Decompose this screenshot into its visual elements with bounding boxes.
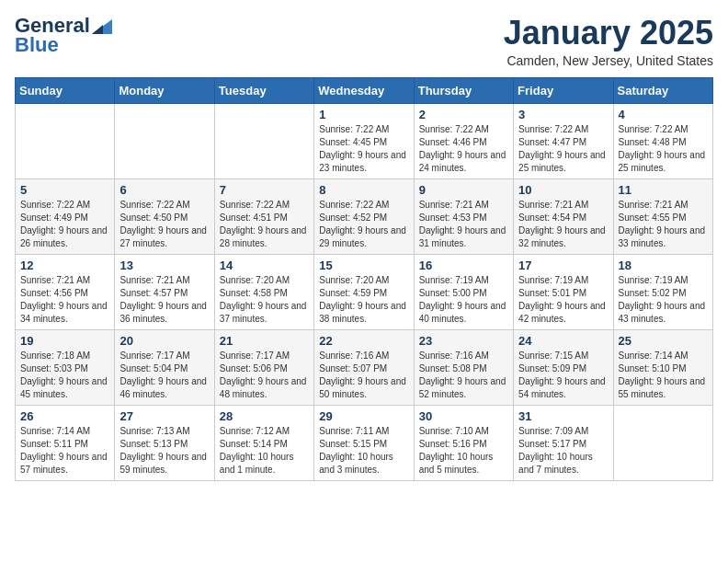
calendar-cell: 25Sunrise: 7:14 AMSunset: 5:10 PMDayligh…	[613, 329, 712, 405]
weekday-header-tuesday: Tuesday	[214, 77, 313, 103]
calendar-week-row: 12Sunrise: 7:21 AMSunset: 4:56 PMDayligh…	[16, 254, 713, 329]
day-number: 29	[319, 409, 408, 423]
calendar-cell: 9Sunrise: 7:21 AMSunset: 4:53 PMDaylight…	[414, 178, 513, 254]
day-number: 31	[518, 409, 608, 423]
day-number: 19	[20, 334, 109, 348]
calendar-cell: 21Sunrise: 7:17 AMSunset: 5:06 PMDayligh…	[214, 329, 313, 405]
calendar-cell: 12Sunrise: 7:21 AMSunset: 4:56 PMDayligh…	[16, 254, 115, 329]
day-info: Sunrise: 7:14 AMSunset: 5:11 PMDaylight:…	[20, 425, 109, 477]
day-info: Sunrise: 7:22 AMSunset: 4:51 PMDaylight:…	[220, 199, 309, 250]
page-header: General Blue January 2025 Camden, New Je…	[15, 15, 713, 68]
calendar-cell: 27Sunrise: 7:13 AMSunset: 5:13 PMDayligh…	[115, 405, 214, 480]
day-info: Sunrise: 7:21 AMSunset: 4:56 PMDaylight:…	[20, 274, 109, 326]
calendar-week-row: 26Sunrise: 7:14 AMSunset: 5:11 PMDayligh…	[16, 405, 713, 480]
calendar-cell: 22Sunrise: 7:16 AMSunset: 5:07 PMDayligh…	[314, 329, 414, 405]
day-number: 18	[619, 259, 708, 272]
calendar-cell: 6Sunrise: 7:22 AMSunset: 4:50 PMDaylight…	[115, 178, 214, 254]
day-number: 5	[20, 183, 109, 197]
day-info: Sunrise: 7:11 AMSunset: 5:15 PMDaylight:…	[319, 425, 408, 477]
weekday-header-saturday: Saturday	[613, 77, 712, 103]
day-info: Sunrise: 7:21 AMSunset: 4:53 PMDaylight:…	[419, 199, 508, 250]
day-number: 14	[220, 259, 309, 272]
day-info: Sunrise: 7:19 AMSunset: 5:00 PMDaylight:…	[419, 274, 508, 326]
calendar-cell: 10Sunrise: 7:21 AMSunset: 4:54 PMDayligh…	[514, 178, 613, 254]
day-number: 23	[419, 334, 508, 348]
day-info: Sunrise: 7:16 AMSunset: 5:08 PMDaylight:…	[419, 350, 508, 401]
weekday-header-wednesday: Wednesday	[314, 77, 414, 103]
calendar-cell: 17Sunrise: 7:19 AMSunset: 5:01 PMDayligh…	[514, 254, 613, 329]
day-info: Sunrise: 7:22 AMSunset: 4:46 PMDaylight:…	[419, 123, 508, 175]
logo-blue: Blue	[15, 33, 59, 57]
logo-icon	[92, 19, 112, 34]
weekday-header-monday: Monday	[115, 77, 214, 103]
day-number: 28	[220, 409, 309, 423]
day-number: 25	[619, 334, 708, 348]
day-info: Sunrise: 7:22 AMSunset: 4:45 PMDaylight:…	[319, 123, 408, 175]
day-info: Sunrise: 7:22 AMSunset: 4:50 PMDaylight:…	[119, 199, 209, 250]
calendar-week-row: 19Sunrise: 7:18 AMSunset: 5:03 PMDayligh…	[16, 329, 713, 405]
weekday-header-sunday: Sunday	[16, 77, 115, 103]
day-info: Sunrise: 7:22 AMSunset: 4:47 PMDaylight:…	[518, 123, 608, 175]
calendar-cell: 28Sunrise: 7:12 AMSunset: 5:14 PMDayligh…	[214, 405, 313, 480]
calendar-table: SundayMondayTuesdayWednesdayThursdayFrid…	[15, 77, 713, 481]
day-info: Sunrise: 7:13 AMSunset: 5:13 PMDaylight:…	[119, 425, 209, 477]
day-info: Sunrise: 7:21 AMSunset: 4:57 PMDaylight:…	[119, 274, 209, 326]
day-info: Sunrise: 7:18 AMSunset: 5:03 PMDaylight:…	[20, 350, 109, 401]
day-number: 8	[319, 183, 408, 197]
day-info: Sunrise: 7:16 AMSunset: 5:07 PMDaylight:…	[319, 350, 408, 401]
calendar-cell	[613, 405, 712, 480]
weekday-header-thursday: Thursday	[414, 77, 513, 103]
calendar-cell: 30Sunrise: 7:10 AMSunset: 5:16 PMDayligh…	[414, 405, 513, 480]
day-number: 6	[119, 183, 209, 197]
day-info: Sunrise: 7:19 AMSunset: 5:01 PMDaylight:…	[518, 274, 608, 326]
calendar-cell: 20Sunrise: 7:17 AMSunset: 5:04 PMDayligh…	[115, 329, 214, 405]
day-number: 10	[518, 183, 608, 197]
weekday-header-friday: Friday	[514, 77, 613, 103]
logo: General Blue	[15, 15, 112, 57]
day-info: Sunrise: 7:09 AMSunset: 5:17 PMDaylight:…	[518, 425, 608, 477]
day-number: 17	[518, 259, 608, 272]
day-info: Sunrise: 7:17 AMSunset: 5:04 PMDaylight:…	[119, 350, 209, 401]
calendar-cell: 7Sunrise: 7:22 AMSunset: 4:51 PMDaylight…	[214, 178, 313, 254]
calendar-cell: 16Sunrise: 7:19 AMSunset: 5:00 PMDayligh…	[414, 254, 513, 329]
calendar-cell: 3Sunrise: 7:22 AMSunset: 4:47 PMDaylight…	[514, 103, 613, 178]
calendar-cell: 1Sunrise: 7:22 AMSunset: 4:45 PMDaylight…	[314, 103, 414, 178]
day-info: Sunrise: 7:19 AMSunset: 5:02 PMDaylight:…	[619, 274, 708, 326]
calendar-week-row: 5Sunrise: 7:22 AMSunset: 4:49 PMDaylight…	[16, 178, 713, 254]
svg-marker-1	[92, 25, 103, 34]
calendar-cell: 5Sunrise: 7:22 AMSunset: 4:49 PMDaylight…	[16, 178, 115, 254]
calendar-cell: 23Sunrise: 7:16 AMSunset: 5:08 PMDayligh…	[414, 329, 513, 405]
day-info: Sunrise: 7:12 AMSunset: 5:14 PMDaylight:…	[220, 425, 309, 477]
day-number: 22	[319, 334, 408, 348]
calendar-cell: 14Sunrise: 7:20 AMSunset: 4:58 PMDayligh…	[214, 254, 313, 329]
calendar-cell: 29Sunrise: 7:11 AMSunset: 5:15 PMDayligh…	[314, 405, 414, 480]
day-info: Sunrise: 7:17 AMSunset: 5:06 PMDaylight:…	[220, 350, 309, 401]
calendar-cell: 18Sunrise: 7:19 AMSunset: 5:02 PMDayligh…	[613, 254, 712, 329]
day-number: 9	[419, 183, 508, 197]
month-title: January 2025	[504, 15, 713, 52]
calendar-cell: 15Sunrise: 7:20 AMSunset: 4:59 PMDayligh…	[314, 254, 414, 329]
title-block: January 2025 Camden, New Jersey, United …	[504, 15, 713, 68]
calendar-week-row: 1Sunrise: 7:22 AMSunset: 4:45 PMDaylight…	[16, 103, 713, 178]
day-number: 24	[518, 334, 608, 348]
calendar-cell: 26Sunrise: 7:14 AMSunset: 5:11 PMDayligh…	[16, 405, 115, 480]
day-number: 4	[619, 108, 708, 121]
day-info: Sunrise: 7:20 AMSunset: 4:58 PMDaylight:…	[220, 274, 309, 326]
day-info: Sunrise: 7:22 AMSunset: 4:48 PMDaylight:…	[619, 123, 708, 175]
day-info: Sunrise: 7:14 AMSunset: 5:10 PMDaylight:…	[619, 350, 708, 401]
calendar-cell: 2Sunrise: 7:22 AMSunset: 4:46 PMDaylight…	[414, 103, 513, 178]
calendar-cell: 24Sunrise: 7:15 AMSunset: 5:09 PMDayligh…	[514, 329, 613, 405]
day-info: Sunrise: 7:21 AMSunset: 4:55 PMDaylight:…	[619, 199, 708, 250]
day-info: Sunrise: 7:22 AMSunset: 4:52 PMDaylight:…	[319, 199, 408, 250]
day-number: 12	[20, 259, 109, 272]
day-info: Sunrise: 7:21 AMSunset: 4:54 PMDaylight:…	[518, 199, 608, 250]
day-info: Sunrise: 7:22 AMSunset: 4:49 PMDaylight:…	[20, 199, 109, 250]
day-number: 27	[119, 409, 209, 423]
calendar-cell: 19Sunrise: 7:18 AMSunset: 5:03 PMDayligh…	[16, 329, 115, 405]
day-info: Sunrise: 7:20 AMSunset: 4:59 PMDaylight:…	[319, 274, 408, 326]
calendar-cell: 31Sunrise: 7:09 AMSunset: 5:17 PMDayligh…	[514, 405, 613, 480]
day-info: Sunrise: 7:15 AMSunset: 5:09 PMDaylight:…	[518, 350, 608, 401]
calendar-cell: 13Sunrise: 7:21 AMSunset: 4:57 PMDayligh…	[115, 254, 214, 329]
location-subtitle: Camden, New Jersey, United States	[504, 53, 713, 68]
calendar-cell: 8Sunrise: 7:22 AMSunset: 4:52 PMDaylight…	[314, 178, 414, 254]
